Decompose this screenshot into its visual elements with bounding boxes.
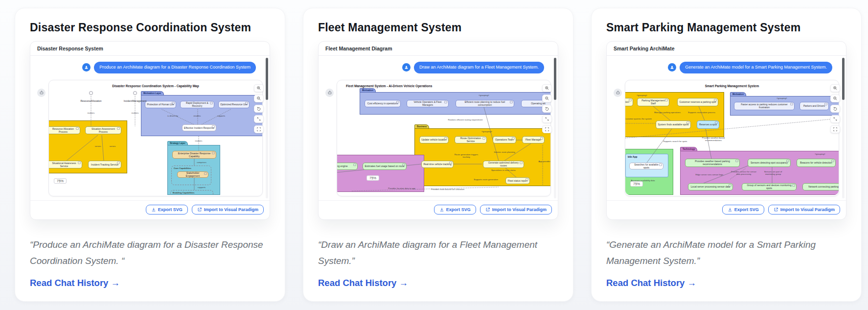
- diagram-node: Update vehicle location: [419, 136, 449, 143]
- diagram-layer-tab: Motivation Layer: [141, 91, 164, 95]
- archimate-diagram-canvas[interactable]: Motivation LayerStrategy LayerResource A…: [49, 81, 262, 195]
- zoom-out-button[interactable]: [542, 95, 552, 102]
- diagram-edge-label: Supports reservation process: [688, 111, 715, 113]
- scrollbar-track[interactable]: [266, 58, 268, 198]
- read-chat-history-link[interactable]: Read Chat History →: [318, 278, 408, 288]
- diagram-node: Beacons for vehicle detection: [797, 159, 836, 167]
- app-window: Smart Parking ArchiMate Generate an Arch…: [606, 41, 846, 220]
- fullscreen-icon: [833, 127, 838, 132]
- fit-view-icon: [545, 117, 549, 121]
- fullscreen-button[interactable]: [254, 125, 264, 133]
- archimate-diagram-canvas[interactable]: MotivationBusinessCost efficiency in ope…: [337, 81, 550, 195]
- window-footer: Export SVG Import to Visual Paradigm: [30, 200, 270, 219]
- diagram-node: Sensors detecting spot occupancy: [748, 159, 791, 167]
- read-chat-history-link[interactable]: Read Chat History →: [30, 278, 120, 288]
- diagram-edge-label: «grouping»: [777, 96, 787, 99]
- diagram-node: ing engine: [337, 163, 358, 170]
- diagram-edge-label: Provides route-based fuel utilization: [429, 188, 466, 190]
- zoom-in-icon: [256, 86, 261, 91]
- diagram-node: System finds available spots: [656, 120, 691, 129]
- chat-area: Draw an ArchiMate diagram for a Fleet Ma…: [319, 56, 558, 200]
- fullscreen-icon: [545, 127, 549, 132]
- diagram-node: Local server processing sensor data: [688, 183, 733, 191]
- zoom-in-button[interactable]: [830, 84, 840, 92]
- diagram-edge-label: App provides: [538, 160, 550, 162]
- diagram-actor-icon: [133, 91, 137, 95]
- zoom-in-button[interactable]: [254, 84, 264, 92]
- diagram-node: Rapid Deployment & Recovery: [180, 101, 214, 108]
- diagram-panel: Motivationbile AppTechnologycationParkin…: [625, 80, 839, 196]
- export-svg-button[interactable]: Export SVG: [434, 205, 476, 215]
- zoom-out-icon: [833, 96, 838, 101]
- diagram-edge-label: Manages parking operations: [654, 111, 681, 113]
- assistant-message-row: Motivationbile AppTechnologycationParkin…: [614, 80, 839, 196]
- scrollbar-thumb[interactable]: [266, 58, 268, 100]
- zoom-level-badge: 75%: [54, 178, 67, 184]
- fullscreen-button[interactable]: [542, 125, 552, 133]
- diagram-edge-label: serves: [95, 144, 101, 147]
- diagram-node: Fleet status report: [505, 177, 530, 184]
- diagram-edge-label: serves: [110, 144, 116, 147]
- zoom-out-button[interactable]: [830, 95, 840, 102]
- diagram-edge-label: realizes: [195, 139, 203, 142]
- diagram-node: Optimized Resource Use: [218, 101, 250, 108]
- diagram-actor-icon: [89, 91, 93, 95]
- diagram-node: Situational Awareness Service: [49, 161, 82, 168]
- scrollbar-track[interactable]: [554, 58, 556, 198]
- diagram-edge-label: Provides weather-based recommendations: [697, 137, 730, 142]
- diagram-node: Efficient route planning to reduce fuel …: [456, 100, 514, 107]
- diagram-node: Parking Management Staff: [637, 98, 669, 106]
- diagram-node: Group of sensors and devices monitoring …: [742, 183, 797, 191]
- assistant-message-row: MotivationBusinessCost efficiency in ope…: [325, 80, 551, 196]
- case-card: Fleet Management System Fleet Management…: [303, 8, 573, 302]
- fit-view-button[interactable]: [830, 115, 840, 123]
- reset-view-button[interactable]: [830, 105, 840, 113]
- case-card: Disaster Response Coordination System Di…: [15, 8, 285, 302]
- diagram-edge-label: Supports route generation: [474, 178, 498, 180]
- scrollbar-thumb[interactable]: [842, 58, 845, 100]
- download-icon: [151, 207, 156, 212]
- zoom-in-icon: [833, 86, 838, 91]
- archimate-diagram-canvas[interactable]: Motivationbile AppTechnologycationParkin…: [625, 81, 839, 195]
- window-footer: Export SVG Import to Visual Paradigm: [607, 200, 846, 219]
- card-title: Fleet Management System: [318, 21, 558, 34]
- diagram-edge-label: Provides location data to app: [388, 187, 415, 189]
- external-link-icon: [197, 207, 202, 212]
- zoom-out-button[interactable]: [254, 95, 264, 102]
- export-svg-button[interactable]: Export SVG: [722, 205, 764, 215]
- diagram-edge-label: «grouping»: [815, 152, 825, 155]
- fit-view-icon: [833, 117, 838, 121]
- fullscreen-button[interactable]: [830, 125, 840, 133]
- read-chat-history-link[interactable]: Read Chat History →: [606, 278, 696, 288]
- testimonial-quote: “Produce an ArchiMate diagram for a Disa…: [30, 237, 270, 269]
- diagram-node: Situation Assessment Process: [85, 126, 121, 134]
- diagram-edge-label: Sensors are part of monitoring group: [759, 170, 787, 175]
- scrollbar-thumb[interactable]: [554, 58, 556, 100]
- fit-view-button[interactable]: [542, 115, 552, 123]
- assistant-avatar-icon: [614, 89, 622, 97]
- reset-view-button[interactable]: [254, 105, 264, 113]
- diagram-edge-label: Route generation triggers tracking: [451, 153, 482, 158]
- import-visual-paradigm-button[interactable]: Import to Visual Paradigm: [768, 205, 840, 215]
- diagram-node: Enterprise Disaster Response Capability: [172, 151, 216, 159]
- window-title: Smart Parking ArchiMate: [614, 46, 674, 51]
- diagram-node: Resource Allocation Process: [49, 126, 80, 134]
- user-message-row: Generate an ArchiMate model for a Smart …: [614, 62, 839, 73]
- diagram-edge-label: enables: [193, 114, 201, 117]
- zoom-in-button[interactable]: [542, 84, 552, 92]
- window-titlebar: Smart Parking ArchiMate: [607, 42, 846, 56]
- import-visual-paradigm-button[interactable]: Import to Visual Paradigm: [480, 205, 552, 215]
- export-svg-button[interactable]: Export SVG: [146, 205, 188, 215]
- zoom-level-badge: 75%: [366, 175, 379, 181]
- diagram-layer-tab: Motivation: [730, 92, 746, 96]
- reset-icon: [833, 106, 838, 111]
- diagram-edge-label: Initiates route planning: [494, 150, 515, 153]
- zoom-out-icon: [256, 96, 261, 101]
- chat-area: Produce an ArchiMate diagram for a Disas…: [30, 56, 270, 200]
- fit-view-button[interactable]: [254, 115, 264, 123]
- scrollbar-track[interactable]: [842, 58, 845, 198]
- import-visual-paradigm-button[interactable]: Import to Visual Paradigm: [192, 205, 264, 215]
- diagram-edge-label: realizes: [132, 111, 139, 114]
- external-link-icon: [485, 207, 490, 212]
- reset-view-button[interactable]: [542, 105, 552, 113]
